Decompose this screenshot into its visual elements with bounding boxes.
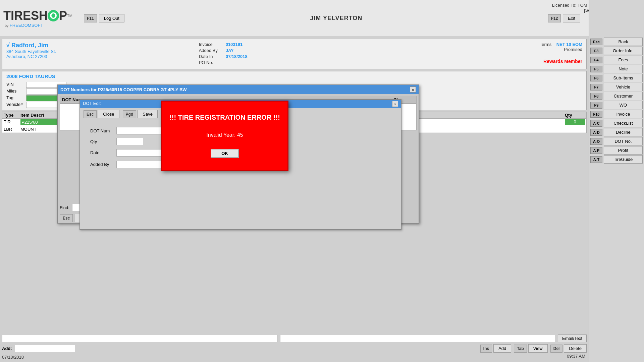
- customer-card: √ Radford, Jim 384 South Fayetteville St…: [2, 39, 587, 69]
- del-delete-group: Del Delete: [550, 344, 587, 353]
- bottom-text-input1[interactable]: [2, 335, 277, 342]
- customer-address2: Asheboro, NC 27203: [6, 54, 198, 59]
- sidebar-label-7[interactable]: WO: [604, 101, 643, 109]
- invoice-col: Invoice 0103191 Added By JAY Date In 07/…: [199, 42, 390, 66]
- vehicle-title-text: 2008 FORD TAURUS: [6, 73, 66, 79]
- dot-edit-title-text: DOT Edit: [83, 101, 101, 107]
- pgd-key[interactable]: Pgd: [123, 110, 137, 118]
- terms-value: NET 10 EOM: [556, 42, 582, 47]
- dot-modal-close-x[interactable]: ×: [410, 86, 416, 93]
- sidebar-label-11[interactable]: DOT No.: [604, 137, 643, 145]
- sidebar-fkey-8: F10: [590, 111, 602, 118]
- error-ok-button[interactable]: OK: [211, 149, 239, 158]
- sidebar-btn-tireguide[interactable]: A-T TireGuide: [590, 155, 643, 164]
- sidebar-fkey-12: A-P: [590, 147, 602, 154]
- logo-o-circle: O: [48, 10, 59, 21]
- dot-edit-close-x[interactable]: ×: [392, 101, 398, 107]
- sidebar-btn-dot-no.[interactable]: A-O DOT No.: [590, 137, 643, 145]
- f11-key[interactable]: F11: [84, 14, 97, 22]
- sidebar-btn-sub-items[interactable]: F6 Sub-Items: [590, 74, 643, 82]
- ins-key[interactable]: Ins: [480, 345, 492, 353]
- sidebar-btn-note[interactable]: F5 Note: [590, 65, 643, 73]
- logo-tm: TM: [67, 14, 72, 18]
- sidebar-label-10[interactable]: Decline: [604, 128, 643, 136]
- del-key[interactable]: Del: [550, 345, 563, 353]
- sidebar-fkey-9: A-C: [590, 120, 602, 127]
- bottom-row1: Email/Text: [2, 335, 587, 342]
- sidebar-fkey-2: F4: [590, 57, 602, 63]
- f12-key[interactable]: F12: [548, 14, 561, 22]
- logo-tire: TIRE: [3, 9, 31, 23]
- pgd-save-group: Pgd Save: [123, 110, 158, 118]
- save-btn[interactable]: Save: [138, 110, 158, 118]
- sidebar-btn-wo[interactable]: F9 WO: [590, 101, 643, 109]
- promised-label: Promised: [564, 47, 582, 52]
- sidebar-btn-order-info.[interactable]: F3 Order Info.: [590, 47, 643, 55]
- logo-area: TIRE SH O P TM by FREEDOMSOFT: [3, 9, 77, 28]
- type-header: Type: [4, 113, 20, 118]
- customer-name[interactable]: √ Radford, Jim: [6, 42, 198, 49]
- row2-qty: [565, 127, 585, 132]
- qty-header: Qty: [565, 113, 585, 118]
- sidebar-label-3[interactable]: Note: [604, 65, 643, 73]
- sidebar-fkey-0: Esc: [590, 39, 602, 45]
- sidebar-label-6[interactable]: Customer: [604, 92, 643, 100]
- tag-label: Tag: [6, 95, 23, 101]
- email-text-button[interactable]: Email/Text: [558, 335, 587, 342]
- error-dialog: !!! TIRE REGISTRATION ERROR !!! Invalid …: [161, 101, 288, 171]
- bottom-text-input2[interactable]: [280, 335, 555, 342]
- date-in-value: 07/18/2018: [226, 54, 248, 59]
- esc-key2[interactable]: Esc: [60, 214, 73, 222]
- delete-btn[interactable]: Delete: [564, 344, 587, 353]
- sidebar-btn-invoice[interactable]: F10 Invoice: [590, 110, 643, 118]
- error-message: Invalid Year: 45: [206, 132, 243, 138]
- date-in-label: Date In: [199, 54, 222, 59]
- sidebar-label-13[interactable]: TireGuide: [604, 155, 643, 164]
- top-bar: TIRE SH O P TM by FREEDOMSOFT F11 Log Ou…: [0, 0, 644, 37]
- sidebar-btn-customer[interactable]: F8 Customer: [590, 92, 643, 100]
- add-btn[interactable]: Add: [493, 344, 511, 353]
- esc-close-key[interactable]: Esc: [84, 110, 97, 118]
- miles-label: Miles: [6, 88, 23, 95]
- sidebar-label-0[interactable]: Back: [604, 38, 643, 46]
- date-label: Date: [90, 150, 110, 155]
- sidebar-label-1[interactable]: Order Info.: [604, 47, 643, 55]
- sidebar-btn-checklist[interactable]: A-C CheckList: [590, 119, 643, 127]
- logo-sub: by FREEDOMSOFT: [5, 23, 43, 28]
- add-label: Add:: [2, 346, 12, 351]
- sidebar-fkey-3: F5: [590, 66, 602, 72]
- view-btn[interactable]: View: [528, 344, 548, 353]
- sidebar-fkey-11: A-O: [590, 138, 602, 145]
- sidebar-btn-profit[interactable]: A-P Profit: [590, 146, 643, 155]
- add-input[interactable]: [15, 345, 75, 352]
- invoice-value[interactable]: 0103191: [226, 42, 243, 47]
- sidebar-btn-vehicle[interactable]: F7 Vehicle: [590, 83, 643, 91]
- qty-input[interactable]: [116, 138, 143, 145]
- exit-btn-group[interactable]: F12 Exit: [548, 14, 580, 22]
- sidebar-btn-fees[interactable]: F4 Fees: [590, 56, 643, 64]
- logout-button[interactable]: Log Out: [99, 14, 124, 22]
- sidebar-label-9[interactable]: CheckList: [604, 119, 643, 127]
- sidebar-btn-back[interactable]: Esc Back: [590, 38, 643, 46]
- logo: TIRE SH O P TM: [3, 9, 72, 23]
- sidebar-btn-decline[interactable]: A-D Decline: [590, 128, 643, 136]
- tab-key[interactable]: Tab: [514, 345, 527, 353]
- sidebar-label-12[interactable]: Profit: [604, 146, 643, 155]
- sidebar-label-2[interactable]: Fees: [604, 56, 643, 64]
- right-sidebar: Esc Back F3 Order Info. F4 Fees F5 Note …: [589, 0, 644, 362]
- bottom-row2: Add: Ins Add Tab View Del Delete: [2, 344, 587, 353]
- po-no-label: PO No.: [199, 60, 222, 65]
- logo-sh: SH: [31, 9, 48, 23]
- sidebar-label-4[interactable]: Sub-Items: [604, 74, 643, 82]
- user-name: JIM YELVERTON: [310, 15, 362, 22]
- error-title: !!! TIRE REGISTRATION ERROR !!!: [169, 114, 280, 121]
- date-stamp: 07/18/2018: [2, 355, 24, 360]
- sidebar-label-5[interactable]: Vehicle: [604, 83, 643, 91]
- sidebar-label-8[interactable]: Invoice: [604, 110, 643, 118]
- vehicle-num-label: Vehicle#: [6, 102, 23, 108]
- customer-info-col: √ Radford, Jim 384 South Fayetteville St…: [6, 42, 198, 66]
- logout-btn-group[interactable]: F11 Log Out: [84, 14, 124, 22]
- close-btn[interactable]: Close: [98, 110, 119, 118]
- exit-button[interactable]: Exit: [563, 14, 580, 22]
- row1-type: TIR: [4, 119, 20, 125]
